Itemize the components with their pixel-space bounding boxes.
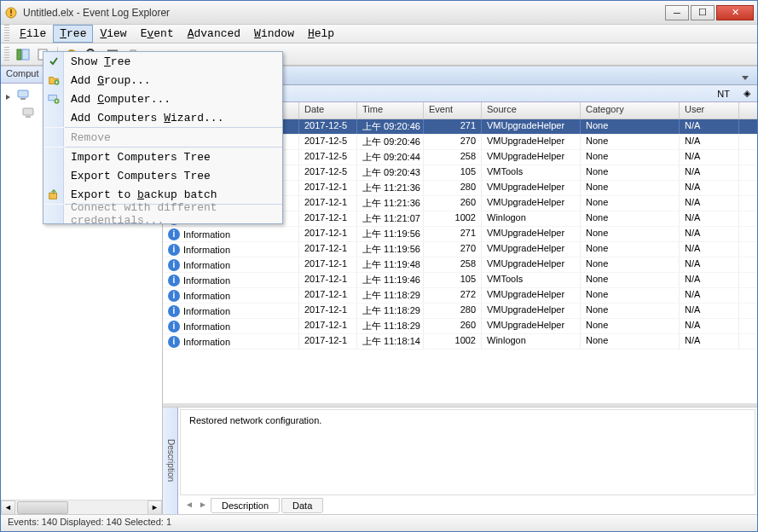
info-icon: i: [168, 275, 180, 286]
col-date[interactable]: Date: [299, 102, 357, 119]
description-text[interactable]: Restored network configuration.: [180, 409, 755, 495]
scroll-left-icon[interactable]: ◄: [1, 500, 15, 515]
minimize-button[interactable]: ─: [665, 5, 689, 20]
col-event[interactable]: Event: [424, 102, 482, 119]
menubar-grip: [4, 25, 9, 43]
blank-icon: [43, 108, 64, 127]
menu-view[interactable]: View: [93, 25, 133, 43]
menu-item-add-computers-wizard[interactable]: Add Computers Wizard...: [43, 108, 282, 127]
desc-tab-description[interactable]: Description: [211, 498, 280, 513]
menu-item-add-group[interactable]: Add Group...: [43, 71, 282, 90]
info-icon: i: [168, 305, 180, 317]
tree-toggle-icon[interactable]: [14, 46, 32, 63]
table-row[interactable]: iInformation2017-12-1上午 11:18:141002Winl…: [163, 334, 757, 350]
export-icon: [43, 185, 64, 204]
menu-item-export-computers-tree[interactable]: Export Computers Tree: [43, 166, 282, 185]
col-category[interactable]: Category: [581, 102, 680, 119]
toolbar-grip: [4, 47, 9, 62]
titlebar: Untitled.elx - Event Log Explorer ─ ☐ ✕: [1, 1, 757, 25]
table-row[interactable]: iInformation2017-12-1上午 11:18:29272VMUpg…: [163, 288, 757, 304]
table-row[interactable]: iInformation2017-12-1上午 11:19:46105VMToo…: [163, 273, 757, 288]
svg-point-2: [10, 14, 12, 16]
desc-tab-next-icon[interactable]: ►: [197, 500, 209, 512]
menu-window[interactable]: Window: [247, 25, 301, 43]
menu-item-show-tree[interactable]: Show Tree: [43, 52, 282, 71]
collapse-icon[interactable]: [4, 92, 13, 101]
description-side-label: Description: [163, 408, 178, 514]
menu-event[interactable]: Event: [134, 25, 181, 43]
svg-rect-1: [10, 9, 12, 14]
blank-icon: [43, 205, 64, 223]
table-row[interactable]: iInformation2017-12-1上午 11:18:29280VMUpg…: [163, 304, 757, 319]
chevron-down-icon: [742, 76, 749, 80]
col-user[interactable]: User: [680, 102, 739, 119]
close-button[interactable]: ✕: [716, 5, 754, 20]
scroll-right-icon[interactable]: ►: [148, 500, 162, 515]
svg-rect-12: [18, 90, 28, 97]
nt-label: NT: [710, 89, 737, 99]
info-icon: i: [168, 336, 180, 348]
desc-tab-data[interactable]: Data: [281, 498, 323, 513]
table-row[interactable]: iInformation2017-12-1上午 11:19:56270VMUpg…: [163, 242, 757, 257]
menu-item-connect-with-different-credentials: Connect with different credentials...: [43, 205, 282, 223]
info-icon: i: [168, 259, 180, 271]
svg-rect-15: [26, 116, 31, 118]
blank-icon: [43, 147, 64, 166]
statusbar: Events: 140 Displayed: 140 Selected: 1: [1, 514, 757, 531]
col-time[interactable]: Time: [357, 102, 424, 119]
menu-item-import-computers-tree[interactable]: Import Computers Tree: [43, 147, 282, 166]
chip-icon: ◈: [737, 88, 757, 99]
table-row[interactable]: iInformation2017-12-1上午 11:19:48258VMUpg…: [163, 257, 757, 273]
info-icon: i: [168, 228, 180, 240]
menu-advanced[interactable]: Advanced: [181, 25, 247, 43]
description-tabs: ◄ ► Description Data: [178, 497, 757, 514]
blank-icon: [43, 128, 64, 147]
info-icon: i: [168, 321, 180, 332]
log-icon: [21, 106, 35, 122]
app-icon: [4, 6, 18, 20]
table-row[interactable]: iInformation2017-12-1上午 11:18:29260VMUpg…: [163, 319, 757, 334]
svg-rect-19: [49, 193, 56, 199]
sidebar-hscroll[interactable]: ◄ ►: [1, 500, 162, 514]
computer-icon: [16, 88, 30, 104]
scroll-thumb[interactable]: [17, 501, 68, 514]
info-icon: i: [168, 290, 180, 302]
svg-rect-3: [17, 49, 21, 60]
desc-tab-prev-icon[interactable]: ◄: [183, 500, 195, 512]
col-source[interactable]: Source: [482, 102, 581, 119]
svg-rect-4: [22, 49, 29, 60]
folder-plus-icon: [43, 71, 64, 90]
tab-dropdown[interactable]: [737, 69, 754, 84]
blank-icon: [43, 166, 64, 185]
menu-item-add-computer[interactable]: Add Computer...: [43, 90, 282, 108]
menu-help[interactable]: Help: [301, 25, 341, 43]
check-icon: [43, 52, 64, 71]
svg-rect-14: [23, 108, 33, 115]
info-icon: i: [168, 244, 180, 256]
maximize-button[interactable]: ☐: [691, 5, 715, 20]
tree-menu-dropdown: Show TreeAdd Group...Add Computer...Add …: [43, 51, 283, 224]
menu-item-remove: Remove: [43, 128, 282, 147]
menubar: FileTreeViewEventAdvancedWindowHelp: [1, 25, 757, 43]
window-title: Untitled.elx - Event Log Explorer: [23, 7, 665, 19]
table-row[interactable]: iInformation2017-12-1上午 11:19:56271VMUpg…: [163, 227, 757, 242]
description-pane: Description Restored network configurati…: [163, 407, 757, 514]
menu-tree[interactable]: Tree: [53, 25, 93, 43]
computer-plus-icon: [43, 90, 64, 108]
svg-rect-13: [20, 98, 26, 100]
menu-file[interactable]: File: [13, 25, 53, 43]
